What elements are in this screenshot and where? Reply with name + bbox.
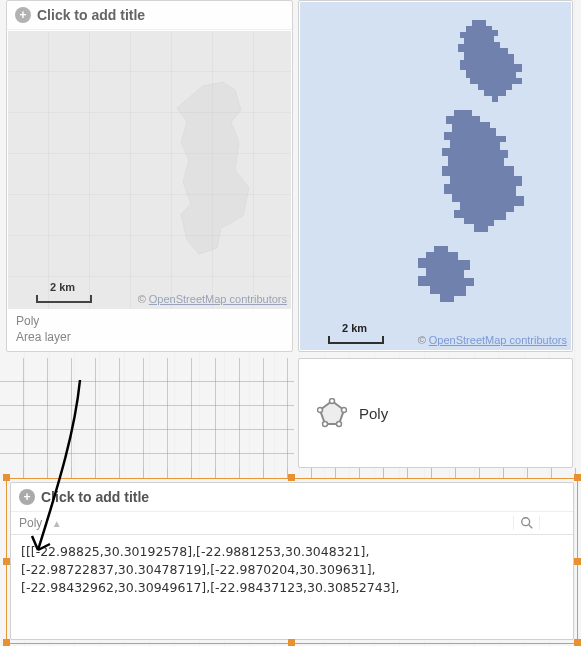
resize-handle-tr[interactable]: [574, 474, 581, 481]
scale-bar: [328, 336, 384, 344]
layer-name: Poly: [16, 314, 283, 330]
scale-label: 2 km: [342, 322, 367, 334]
resize-handle-br[interactable]: [574, 639, 581, 646]
table-panel[interactable]: + Click to add title Poly ▲ [[[-22.98825…: [10, 482, 574, 640]
map-attribution: © OpenStreetMap contributors: [418, 334, 567, 346]
legend-item: Poly: [299, 372, 406, 454]
map-canvas[interactable]: 2 km © OpenStreetMap contributors: [8, 31, 291, 309]
resize-handle-ml[interactable]: [3, 558, 10, 565]
layer-type: Area layer: [16, 330, 283, 346]
map-canvas[interactable]: 2 km © OpenStreetMap contributors: [300, 2, 571, 350]
legend-panel[interactable]: Poly: [298, 358, 573, 468]
map-attribution: © OpenStreetMap contributors: [138, 293, 287, 305]
table-header: Poly ▲: [11, 512, 573, 535]
map-polygon: [300, 2, 573, 352]
svg-point-1: [330, 399, 335, 404]
map-panel-left[interactable]: + Click to add title 2 km © OpenStreetMa…: [6, 0, 293, 352]
scale-bar: [36, 295, 92, 303]
resize-handle-bc[interactable]: [288, 639, 295, 646]
resize-handle-tl[interactable]: [3, 474, 10, 481]
sort-icon[interactable]: ▲: [52, 518, 62, 529]
resize-handle-bl[interactable]: [3, 639, 10, 646]
svg-point-6: [521, 518, 529, 526]
table-cell[interactable]: [[[-22.98825,30.30192578],[-22.9881253,3…: [11, 535, 573, 605]
plus-icon: +: [15, 7, 31, 23]
svg-point-5: [318, 408, 323, 413]
column-extra[interactable]: [539, 516, 565, 530]
svg-point-2: [342, 408, 347, 413]
panel-title[interactable]: + Click to add title: [7, 1, 292, 30]
osm-link[interactable]: OpenStreetMap contributors: [149, 293, 287, 305]
resize-handle-mr[interactable]: [574, 558, 581, 565]
svg-marker-0: [320, 401, 344, 424]
svg-line-7: [528, 525, 532, 529]
panel-title[interactable]: + Click to add title: [11, 483, 573, 512]
osm-link[interactable]: OpenStreetMap contributors: [429, 334, 567, 346]
panel-title-text: Click to add title: [37, 7, 145, 23]
pentagon-icon: [317, 398, 347, 428]
map-polygon-thumb: [8, 31, 293, 311]
panel-title-text: Click to add title: [41, 489, 149, 505]
svg-point-4: [323, 422, 328, 427]
map-panel-right[interactable]: 2 km © OpenStreetMap contributors: [298, 0, 573, 352]
search-icon[interactable]: [513, 516, 539, 530]
scale-label: 2 km: [50, 281, 75, 293]
svg-point-3: [337, 422, 342, 427]
legend-label: Poly: [359, 405, 388, 422]
column-header[interactable]: Poly ▲: [19, 516, 513, 530]
resize-handle-tc[interactable]: [288, 474, 295, 481]
layer-footer: Poly Area layer: [8, 310, 291, 350]
plus-icon: +: [19, 489, 35, 505]
